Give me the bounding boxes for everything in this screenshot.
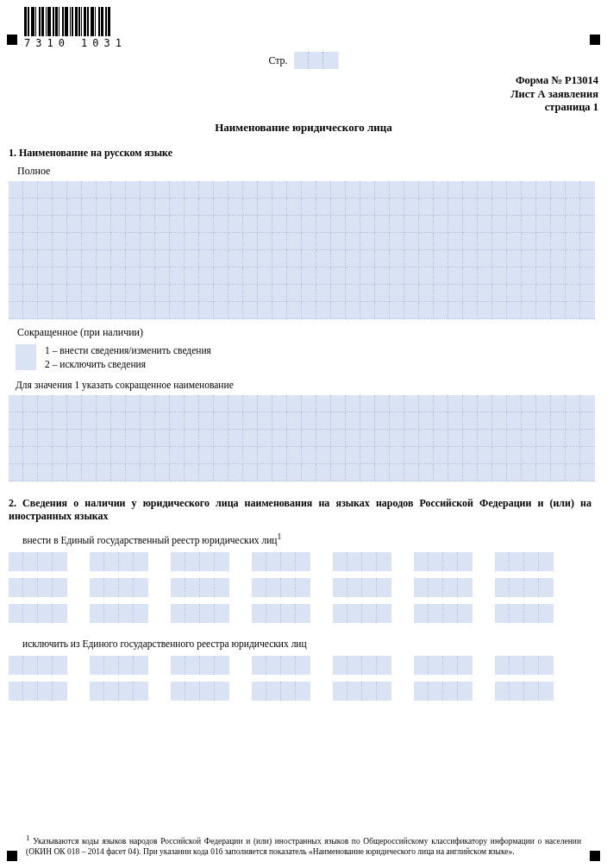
- language-code-field[interactable]: [252, 682, 310, 701]
- language-code-field[interactable]: [252, 552, 310, 571]
- language-code-field[interactable]: [495, 656, 554, 675]
- language-code-field[interactable]: [171, 656, 229, 675]
- language-code-field[interactable]: [171, 552, 229, 571]
- short-name-option-field[interactable]: [16, 344, 36, 370]
- short-name-label: Сокращенное (при наличии): [17, 326, 595, 339]
- language-code-field[interactable]: [333, 552, 391, 571]
- language-code-field[interactable]: [90, 604, 148, 623]
- remove-code-groups: [9, 656, 595, 708]
- barcode-number: 7310 1031: [24, 37, 128, 49]
- page-label: Стр.: [268, 54, 287, 67]
- language-code-field[interactable]: [9, 656, 67, 675]
- short-name-instruction: Для значения 1 указать сокращенное наиме…: [16, 380, 595, 390]
- option-2: 2 – исключить сведения: [45, 358, 211, 372]
- section1-heading: 1. Наименование на русском языке: [9, 147, 595, 160]
- language-code-field[interactable]: [171, 682, 229, 701]
- language-code-field[interactable]: [495, 682, 554, 701]
- language-code-field[interactable]: [414, 578, 472, 597]
- language-code-field[interactable]: [333, 682, 391, 701]
- add-label: внести в Единый государственный реестр ю…: [22, 535, 278, 545]
- sheet-label: Лист А заявления: [510, 88, 598, 102]
- language-code-field[interactable]: [171, 578, 229, 597]
- language-code-field[interactable]: [333, 578, 391, 597]
- language-code-field[interactable]: [414, 552, 472, 571]
- language-code-field[interactable]: [90, 552, 148, 571]
- full-name-label: Полное: [17, 165, 595, 178]
- add-code-groups: [9, 552, 595, 630]
- remove-label: исключить из Единого государственного ре…: [22, 638, 595, 649]
- barcode-block: 7310 1031: [24, 7, 128, 49]
- barcode-icon: [24, 7, 128, 36]
- language-code-field[interactable]: [495, 604, 554, 623]
- form-header: Форма № Р13014 Лист А заявления страница…: [510, 74, 598, 115]
- language-code-field[interactable]: [333, 604, 391, 623]
- option-legend: 1 – внести сведения/изменить сведения 2 …: [45, 344, 211, 371]
- footnote-text: Указываются коды языков народов Российск…: [26, 837, 581, 856]
- language-code-field[interactable]: [90, 656, 148, 675]
- language-code-field[interactable]: [252, 604, 310, 623]
- footnote: 1 Указываются коды языков народов Россий…: [26, 833, 581, 858]
- language-code-field[interactable]: [333, 656, 391, 675]
- language-code-field[interactable]: [90, 682, 148, 701]
- language-code-field[interactable]: [9, 578, 67, 597]
- language-code-field[interactable]: [414, 656, 472, 675]
- language-code-field[interactable]: [495, 578, 554, 597]
- language-code-field[interactable]: [90, 578, 148, 597]
- language-code-field[interactable]: [414, 682, 472, 701]
- language-code-field[interactable]: [9, 552, 67, 571]
- short-name-field[interactable]: [9, 395, 595, 481]
- language-code-field[interactable]: [495, 552, 554, 571]
- page-indicator: страница 1: [510, 101, 598, 115]
- form-number: Форма № Р13014: [510, 74, 598, 88]
- add-footnote-ref: 1: [278, 531, 282, 541]
- footnote-marker: 1: [26, 833, 30, 842]
- language-code-field[interactable]: [9, 682, 67, 701]
- option-1: 1 – внести сведения/изменить сведения: [45, 344, 211, 358]
- language-code-field[interactable]: [414, 604, 472, 623]
- language-code-field[interactable]: [171, 604, 229, 623]
- language-code-field[interactable]: [252, 578, 310, 597]
- language-code-field[interactable]: [252, 656, 310, 675]
- full-name-field[interactable]: [9, 181, 595, 319]
- section2-heading: 2. Сведения о наличии у юридического лиц…: [9, 497, 595, 523]
- page-title: Наименование юридического лица: [9, 121, 598, 135]
- page-number-field[interactable]: [295, 52, 339, 69]
- language-code-field[interactable]: [9, 604, 67, 623]
